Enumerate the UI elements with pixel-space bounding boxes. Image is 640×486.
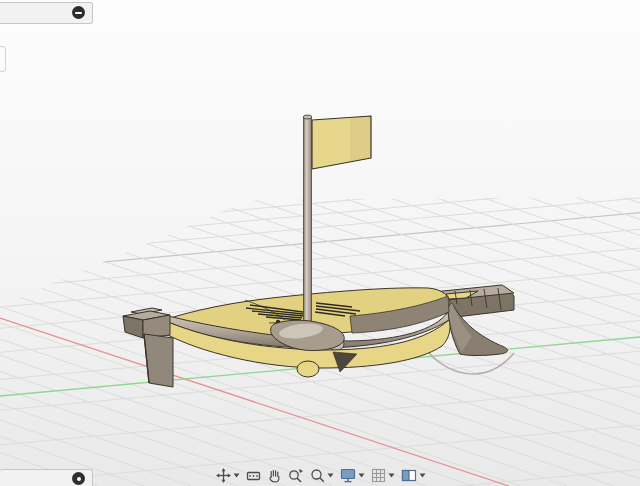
pan-button[interactable] (267, 468, 282, 483)
flag-shade (350, 116, 371, 162)
dot-icon (77, 477, 81, 481)
browser-panel-handle[interactable] (0, 46, 6, 72)
fit-dropdown-caret[interactable] (327, 473, 334, 478)
mast-cap (303, 115, 312, 119)
display-settings-icon (340, 468, 356, 483)
bow-block-face (123, 316, 143, 338)
orbit-button[interactable] (216, 468, 240, 483)
viewports-icon (401, 468, 417, 483)
orbit-icon (216, 468, 231, 483)
fit-button[interactable] (310, 468, 334, 483)
display-dropdown-caret[interactable] (358, 473, 365, 478)
viewports-dropdown-caret[interactable] (419, 473, 426, 478)
top-left-collapsed-panel (0, 2, 93, 24)
navigation-toolbar (216, 466, 426, 485)
grid-and-snaps-button[interactable] (371, 468, 395, 483)
pan-hand-icon (267, 468, 282, 483)
fit-icon (310, 468, 325, 483)
look-at-icon (246, 468, 261, 483)
keel-bulb (297, 361, 319, 377)
viewport-canvas[interactable] (0, 0, 640, 486)
boat-model[interactable] (123, 115, 514, 387)
zoom-button[interactable] (288, 468, 304, 483)
grid-dropdown-caret[interactable] (388, 473, 395, 478)
orbit-dropdown-caret[interactable] (233, 473, 240, 478)
viewports-button[interactable] (401, 468, 426, 483)
zoom-icon (288, 468, 304, 483)
display-settings-button[interactable] (340, 468, 365, 483)
look-at-button[interactable] (246, 468, 261, 483)
grid-icon (371, 468, 386, 483)
expand-panel-button[interactable] (72, 472, 85, 485)
collapse-panel-button[interactable] (72, 6, 85, 19)
bottom-left-collapsed-panel (0, 469, 93, 486)
minus-icon (75, 12, 82, 14)
mast (304, 117, 312, 330)
